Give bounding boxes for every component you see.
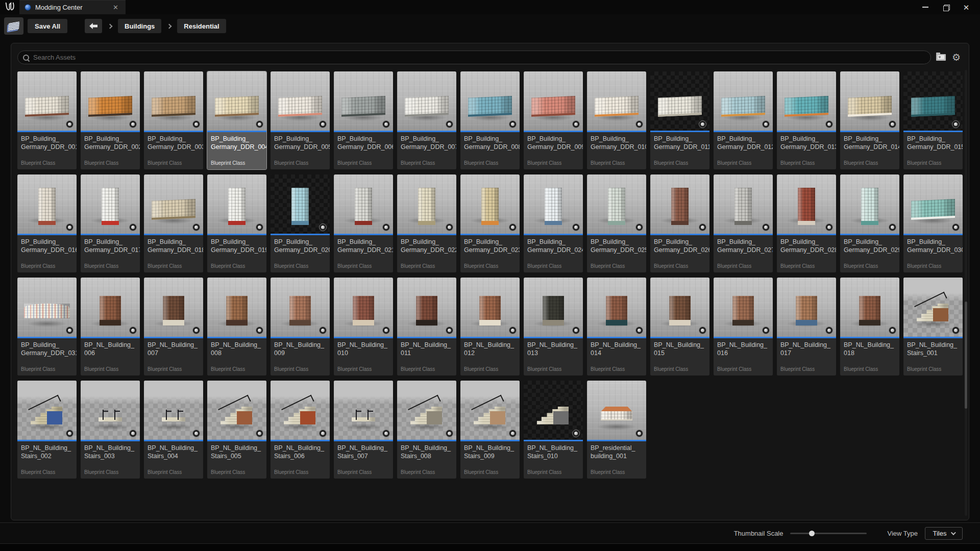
building-render (418, 188, 436, 225)
asset-tile[interactable]: BP_Building_ Germany_DDR_006 Blueprint C… (334, 71, 393, 169)
asset-tile[interactable]: BP_NL_Building_ Stairs_004 Blueprint Cla… (144, 381, 203, 479)
asset-class-label: Blueprint Class (271, 160, 330, 169)
asset-class-label: Blueprint Class (334, 469, 393, 479)
asset-tile[interactable]: BP_Building_ Germany_DDR_022 Blueprint C… (397, 174, 456, 272)
asset-name: BP_residential_ building_001 (587, 441, 646, 461)
thumbnail-scale-slider[interactable] (790, 530, 867, 537)
asset-tile[interactable]: BP_Building_ Germany_DDR_011 Blueprint C… (650, 71, 709, 169)
building-render (785, 96, 828, 117)
search-input[interactable] (33, 54, 925, 61)
asset-tile[interactable]: BP_NL_Building_ 014 Blueprint Class (587, 278, 646, 375)
breadcrumb-buildings[interactable]: Buildings (118, 19, 161, 33)
asset-tile[interactable]: BP_Building_ Germany_DDR_025 Blueprint C… (587, 174, 646, 272)
asset-tile[interactable]: BP_Building_ Germany_DDR_029 Blueprint C… (840, 174, 899, 272)
building-render (468, 96, 512, 117)
save-all-button[interactable]: Save All (28, 19, 67, 33)
asset-tile[interactable]: BP_Building_ Germany_DDR_021 Blueprint C… (334, 174, 393, 272)
asset-tile[interactable]: BP_NL_Building_ Stairs_010 Blueprint Cla… (524, 381, 583, 479)
asset-tile[interactable]: BP_NL_Building_ Stairs_001 Blueprint Cla… (903, 278, 963, 375)
asset-label-area: BP_Building_ Germany_DDR_003 Blueprint C… (144, 132, 203, 169)
asset-tile[interactable]: BP_Building_ Germany_DDR_017 Blueprint C… (81, 174, 140, 272)
asset-tile[interactable]: BP_Building_ Germany_DDR_016 Blueprint C… (17, 174, 77, 272)
asset-tile[interactable]: BP_NL_Building_ 011 Blueprint Class (397, 278, 456, 375)
asset-tile[interactable]: BP_NL_Building_ 006 Blueprint Class (81, 278, 140, 375)
restore-button[interactable] (939, 2, 952, 12)
asset-tile[interactable]: BP_Building_ Germany_DDR_024 Blueprint C… (524, 174, 583, 272)
asset-tile[interactable]: BP_Building_ Germany_DDR_023 Blueprint C… (460, 174, 520, 272)
asset-tile[interactable]: BP_NL_Building_ 017 Blueprint Class (777, 278, 836, 375)
back-button[interactable] (85, 19, 102, 33)
view-type-dropdown[interactable]: Tiles (925, 527, 963, 540)
asset-browser-icon-button[interactable] (4, 17, 23, 35)
asset-tile[interactable]: BP_NL_Building_ 015 Blueprint Class (650, 278, 709, 375)
asset-tile[interactable]: BP_NL_Building_ Stairs_007 Blueprint Cla… (334, 381, 393, 479)
asset-tile[interactable]: BP_NL_Building_ 013 Blueprint Class (524, 278, 583, 375)
asset-tile[interactable]: BP_Building_ Germany_DDR_010 Blueprint C… (587, 71, 646, 169)
asset-label-area: BP_Building_ Germany_DDR_018 Blueprint C… (144, 235, 203, 272)
asset-tile[interactable]: BP_Building_ Germany_DDR_014 Blueprint C… (840, 71, 899, 169)
asset-name: BP_Building_ Germany_DDR_030 (903, 235, 963, 255)
asset-tile[interactable]: BP_Building_ Germany_DDR_015 Blueprint C… (903, 71, 963, 169)
asset-tile[interactable]: BP_Building_ Germany_DDR_012 Blueprint C… (714, 71, 773, 169)
asset-tile[interactable]: BP_NL_Building_ Stairs_005 Blueprint Cla… (207, 381, 266, 479)
asset-tile[interactable]: BP_NL_Building_ Stairs_002 Blueprint Cla… (17, 381, 77, 479)
asset-label-area: BP_NL_Building_ 016 Blueprint Class (714, 338, 773, 375)
close-button[interactable]: ✕ (960, 2, 973, 12)
blueprint-badge-icon (699, 223, 706, 231)
asset-tile[interactable]: BP_Building_ Germany_DDR_008 Blueprint C… (460, 71, 520, 169)
folder-icon[interactable] (936, 54, 946, 61)
asset-tile[interactable]: BP_Building_ Germany_DDR_003 Blueprint C… (144, 71, 203, 169)
tab-close-icon[interactable]: ✕ (111, 3, 120, 12)
asset-tile[interactable]: BP_Building_ Germany_DDR_027 Blueprint C… (714, 174, 773, 272)
asset-name: BP_Building_ Germany_DDR_012 (714, 132, 773, 152)
asset-tile[interactable]: BP_NL_Building_ Stairs_003 Blueprint Cla… (81, 381, 140, 479)
slider-track[interactable] (790, 533, 867, 534)
asset-tile[interactable]: BP_Building_ Germany_DDR_005 Blueprint C… (271, 71, 330, 169)
asset-thumbnail (777, 278, 836, 337)
asset-thumbnail (397, 71, 456, 131)
scrollbar-thumb[interactable] (965, 302, 967, 409)
asset-tile[interactable]: BP_NL_Building_ 007 Blueprint Class (144, 278, 203, 375)
asset-class-label: Blueprint Class (81, 469, 140, 479)
asset-tile[interactable]: BP_NL_Building_ 009 Blueprint Class (271, 278, 330, 375)
asset-tile[interactable]: BP_NL_Building_ Stairs_008 Blueprint Cla… (397, 381, 456, 479)
asset-name: BP_Building_ Germany_DDR_028 (777, 235, 836, 255)
asset-tile[interactable]: BP_Building_ Germany_DDR_030 Blueprint C… (903, 174, 963, 272)
blueprint-badge-icon (129, 120, 137, 128)
view-type-label: View Type (887, 530, 918, 537)
asset-label-area: BP_Building_ Germany_DDR_012 Blueprint C… (714, 132, 773, 169)
minimize-button[interactable] (919, 2, 932, 12)
asset-tile[interactable]: BP_Building_ Germany_DDR_019 Blueprint C… (207, 174, 266, 272)
asset-tile[interactable]: BP_Building_ Germany_DDR_031 Blueprint C… (17, 278, 77, 375)
asset-tile[interactable]: BP_residential_ building_001 Blueprint C… (587, 381, 646, 479)
asset-label-area: BP_Building_ Germany_DDR_016 Blueprint C… (17, 235, 77, 272)
asset-tile[interactable]: BP_NL_Building_ 012 Blueprint Class (460, 278, 520, 375)
asset-tile[interactable]: BP_Building_ Germany_DDR_028 Blueprint C… (777, 174, 836, 272)
railing-pole (356, 410, 357, 420)
asset-tile[interactable]: BP_NL_Building_ Stairs_006 Blueprint Cla… (271, 381, 330, 479)
slider-handle[interactable] (809, 531, 815, 536)
asset-tile[interactable]: BP_Building_ Germany_DDR_013 Blueprint C… (777, 71, 836, 169)
asset-tile[interactable]: BP_NL_Building_ 018 Blueprint Class (840, 278, 899, 375)
asset-tile[interactable]: BP_Building_ Germany_DDR_007 Blueprint C… (397, 71, 456, 169)
asset-tile[interactable]: BP_NL_Building_ 008 Blueprint Class (207, 278, 266, 375)
building-base (300, 411, 315, 424)
asset-tile[interactable]: BP_Building_ Germany_DDR_018 Blueprint C… (144, 174, 203, 272)
asset-label-area: BP_NL_Building_ Stairs_001 Blueprint Cla… (903, 338, 963, 375)
asset-tile[interactable]: BP_NL_Building_ 016 Blueprint Class (714, 278, 773, 375)
asset-tile[interactable]: BP_Building_ Germany_DDR_001 Blueprint C… (17, 71, 77, 169)
asset-tile[interactable]: BP_Building_ Germany_DDR_004 Blueprint C… (207, 71, 266, 169)
vertical-scrollbar[interactable] (965, 70, 967, 516)
tab-modding-center[interactable]: Modding Center ✕ (19, 0, 126, 14)
building-render (608, 188, 626, 225)
asset-tile[interactable]: BP_Building_ Germany_DDR_026 Blueprint C… (650, 174, 709, 272)
asset-tile[interactable]: BP_Building_ Germany_DDR_002 Blueprint C… (81, 71, 140, 169)
asset-tile[interactable]: BP_Building_ Germany_DDR_009 Blueprint C… (524, 71, 583, 169)
breadcrumb-residential[interactable]: Residential (177, 19, 226, 33)
search-field[interactable] (17, 51, 931, 64)
gear-icon[interactable]: ⚙ (952, 53, 961, 62)
building-render (355, 188, 373, 225)
asset-tile[interactable]: BP_NL_Building_ 010 Blueprint Class (334, 278, 393, 375)
asset-tile[interactable]: BP_Building_ Germany_DDR_020 Blueprint C… (271, 174, 330, 272)
asset-tile[interactable]: BP_NL_Building_ Stairs_009 Blueprint Cla… (460, 381, 520, 479)
